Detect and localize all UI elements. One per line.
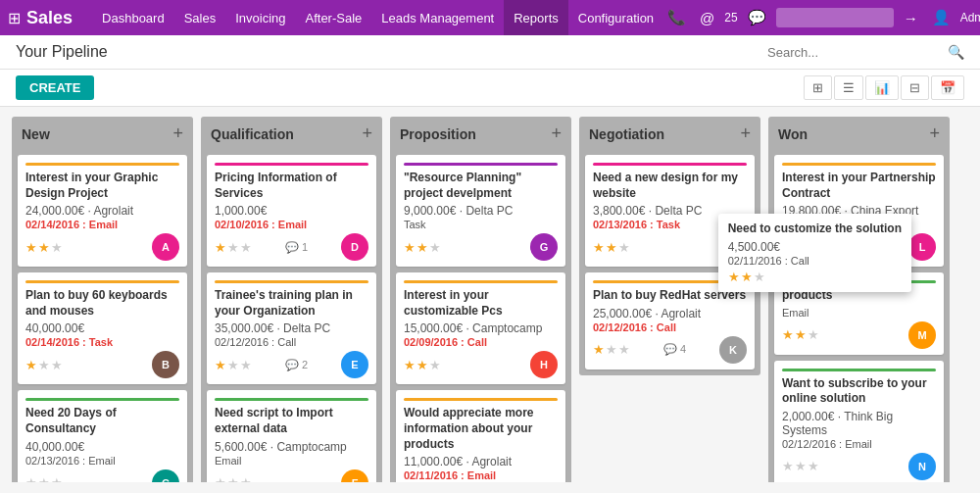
apps-icon[interactable]: ⊞ [8, 9, 21, 27]
kanban-column-proposition: Proposition + "Resource Planning" projec… [390, 117, 571, 482]
star-0[interactable]: ★ [404, 240, 416, 255]
card-comment: 💬 2 [285, 359, 308, 371]
chat-icon[interactable]: 💬 [744, 9, 770, 26]
column-title-proposition: Proposition [400, 126, 476, 142]
kanban-card[interactable]: Need 20 Days of Consultancy 40,000.00€ 0… [18, 390, 187, 482]
view-calendar[interactable]: 📅 [931, 75, 964, 100]
star-0[interactable]: ★ [25, 240, 37, 255]
user-icon[interactable]: 👤 [928, 9, 955, 26]
star-1[interactable]: ★ [606, 240, 617, 255]
admin-label[interactable]: Administrator [960, 11, 980, 25]
star-1[interactable]: ★ [38, 358, 50, 372]
star-0[interactable]: ★ [215, 358, 226, 372]
star-1[interactable]: ★ [606, 342, 617, 357]
star-2[interactable]: ★ [240, 240, 252, 255]
add-card-won[interactable]: + [929, 123, 940, 144]
star-2[interactable]: ★ [618, 240, 630, 255]
star-1[interactable]: ★ [741, 270, 753, 284]
star-0[interactable]: ★ [728, 270, 740, 284]
nav-search[interactable] [776, 8, 894, 27]
search-input[interactable] [767, 45, 944, 60]
login-icon[interactable]: → [900, 10, 922, 26]
kanban-card[interactable]: Would appreciate more information about … [396, 390, 565, 482]
avatar: A [152, 233, 179, 261]
star-1[interactable]: ★ [416, 358, 428, 372]
star-1[interactable]: ★ [227, 475, 239, 482]
kanban-column-negotiation: Negotiation + Need a new design for my w… [579, 117, 760, 375]
search-bar: 🔍 [767, 44, 964, 60]
star-2[interactable]: ★ [808, 327, 819, 342]
add-card-negotiation[interactable]: + [740, 123, 751, 144]
kanban-card[interactable]: Need script to Import external data 5,60… [207, 390, 376, 482]
add-card-qualification[interactable]: + [362, 123, 372, 144]
nav-dashboard[interactable]: Dashboard [92, 0, 174, 35]
kanban-card[interactable]: Need a new design for my website 3,800.0… [585, 155, 755, 267]
star-1[interactable]: ★ [795, 459, 807, 473]
star-2[interactable]: ★ [51, 475, 63, 482]
view-pivot[interactable]: ⊟ [901, 75, 929, 100]
view-chart[interactable]: 📊 [865, 75, 899, 100]
top-navigation: ⊞ Sales Dashboard Sales Invoicing After-… [0, 0, 980, 35]
star-0[interactable]: ★ [782, 327, 794, 342]
star-0[interactable]: ★ [25, 475, 37, 482]
column-header-won: Won + [768, 117, 950, 151]
star-2[interactable]: ★ [51, 358, 63, 372]
card-title: Interest in your Graphic Design Project [25, 171, 179, 201]
star-0[interactable]: ★ [593, 342, 605, 357]
add-card-proposition[interactable]: + [551, 123, 562, 144]
star-1[interactable]: ★ [227, 240, 239, 255]
view-kanban[interactable]: ⊞ [804, 75, 832, 100]
star-1[interactable]: ★ [38, 240, 50, 255]
create-button[interactable]: CREATE [16, 75, 94, 100]
star-rating: ★★★ [782, 327, 819, 342]
kanban-column-new: New + Interest in your Graphic Design Pr… [12, 117, 193, 482]
star-0[interactable]: ★ [215, 240, 226, 255]
star-2[interactable]: ★ [240, 475, 252, 482]
star-1[interactable]: ★ [38, 475, 50, 482]
add-card-new[interactable]: + [172, 123, 183, 144]
star-0[interactable]: ★ [782, 459, 794, 473]
star-2[interactable]: ★ [618, 342, 630, 357]
star-0[interactable]: ★ [25, 358, 37, 372]
nav-leads[interactable]: Leads Management [371, 0, 504, 35]
star-2[interactable]: ★ [240, 358, 252, 372]
nav-invoicing[interactable]: Invoicing [225, 0, 295, 35]
phone-icon[interactable]: 📞 [663, 9, 690, 26]
star-2[interactable]: ★ [754, 270, 765, 284]
kanban-card[interactable]: Want to subscribe to your online solutio… [774, 361, 944, 482]
nav-configuration[interactable]: Configuration [568, 0, 663, 35]
toolbar: CREATE ⊞ ☰ 📊 ⊟ 📅 [0, 70, 980, 107]
card-date: 02/12/2016 : Call [215, 336, 368, 348]
star-0[interactable]: ★ [215, 475, 226, 482]
kanban-card[interactable]: Interest in your Graphic Design Project … [18, 155, 187, 267]
avatar: E [341, 351, 368, 378]
kanban-card[interactable]: Trainee's training plan in your Organiza… [207, 272, 376, 384]
star-2[interactable]: ★ [808, 459, 819, 473]
avatar: N [908, 453, 936, 480]
star-1[interactable]: ★ [795, 327, 807, 342]
card-title: Need a new design for my website [593, 171, 747, 201]
at-icon[interactable]: @ [696, 10, 718, 26]
kanban-card[interactable]: "Resource Planning" project develpment 9… [396, 155, 565, 267]
kanban-card[interactable]: Interest in your customizable Pcs 15,000… [396, 272, 565, 384]
star-1[interactable]: ★ [227, 358, 239, 372]
card-color-bar [215, 163, 368, 166]
star-2[interactable]: ★ [429, 358, 441, 372]
star-0[interactable]: ★ [404, 358, 416, 372]
kanban-card[interactable]: Pricing Information of Services 1,000.00… [207, 155, 376, 267]
card-amount: 5,600.00€ · Camptocamp [215, 440, 368, 454]
star-0[interactable]: ★ [593, 240, 605, 255]
search-icon[interactable]: 🔍 [948, 44, 964, 60]
card-color-bar [782, 163, 936, 166]
star-rating: ★★★ [25, 475, 63, 482]
column-header-new: New + [12, 117, 193, 151]
star-2[interactable]: ★ [429, 240, 441, 255]
nav-reports[interactable]: Reports [504, 0, 568, 35]
kanban-card[interactable]: Plan to buy 60 keyboards and mouses 40,0… [18, 272, 187, 384]
nav-aftersale[interactable]: After-Sale [296, 0, 372, 35]
star-2[interactable]: ★ [51, 240, 63, 255]
nav-sales[interactable]: Sales [174, 0, 226, 35]
star-1[interactable]: ★ [416, 240, 428, 255]
column-header-qualification: Qualification + [201, 117, 382, 151]
view-list[interactable]: ☰ [834, 75, 863, 100]
